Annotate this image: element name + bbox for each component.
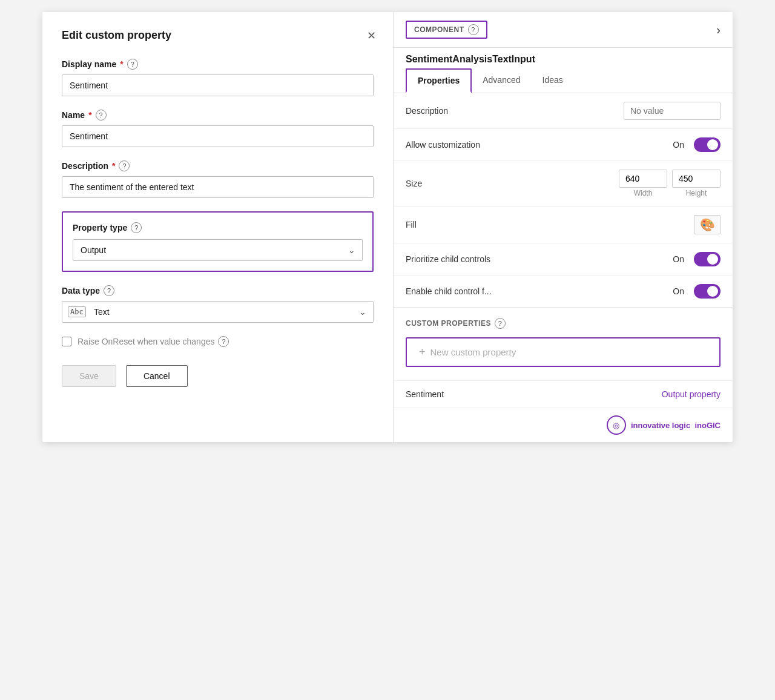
allow-customization-toggle-row: On	[673, 137, 721, 152]
prop-allow-customization-row: Allow customization On	[394, 129, 733, 161]
description-input[interactable]	[62, 176, 374, 198]
prop-description-input[interactable]	[624, 102, 721, 120]
custom-properties-header: CUSTOM PROPERTIES ?	[406, 318, 721, 329]
checkbox-help-icon[interactable]: ?	[218, 336, 229, 347]
raise-onreset-checkbox[interactable]	[62, 337, 71, 346]
prop-enable-child-label: Enable child control f...	[406, 286, 492, 296]
tab-properties[interactable]: Properties	[406, 68, 472, 93]
component-help-icon[interactable]: ?	[468, 24, 479, 35]
display-name-group: Display name * ?	[62, 59, 374, 96]
enable-child-toggle-row: On	[673, 284, 721, 299]
enable-child-on-label: On	[673, 286, 684, 296]
right-panel: COMPONENT ? › SentimentAnalysisTextInput…	[394, 12, 733, 442]
name-label: Name * ?	[62, 110, 374, 121]
name-help-icon[interactable]: ?	[96, 110, 107, 121]
prop-size-row: Size Width Height	[394, 161, 733, 206]
close-button[interactable]: ✕	[367, 29, 376, 42]
main-container: Edit custom property ✕ Display name * ? …	[42, 12, 733, 442]
property-type-section: Property type ? Output Input Event ⌄	[62, 211, 374, 272]
fill-color-picker[interactable]: 🎨	[694, 215, 721, 234]
new-custom-property-label: New custom property	[430, 347, 516, 357]
component-badge: COMPONENT ?	[406, 21, 487, 39]
description-label: Description * ?	[62, 160, 374, 171]
size-height-input[interactable]	[672, 170, 721, 188]
allow-customization-toggle[interactable]	[694, 137, 721, 152]
sentiment-property-name: Sentiment	[406, 389, 444, 399]
prop-size-label: Size	[406, 179, 422, 188]
properties-content: Description Allow customization On Size	[394, 93, 733, 408]
size-width-input[interactable]	[619, 170, 667, 188]
prioritize-toggle-row: On	[673, 252, 721, 266]
size-height-label: Height	[672, 189, 721, 197]
required-star: *	[120, 59, 123, 69]
size-width-label: Width	[619, 189, 667, 197]
name-group: Name * ?	[62, 110, 374, 147]
data-type-select[interactable]: Text Number Boolean Record Table Image V…	[62, 301, 374, 323]
prop-description-label: Description	[406, 106, 448, 116]
prop-fill-row: Fill 🎨	[394, 206, 733, 243]
required-star-2: *	[88, 110, 91, 120]
save-button[interactable]: Save	[62, 365, 116, 387]
prop-prioritize-row: Prioritize child controls On	[394, 243, 733, 276]
size-labels: Width Height	[619, 189, 721, 197]
display-name-help-icon[interactable]: ?	[127, 59, 138, 70]
brand-logo: ◎	[607, 415, 626, 435]
display-name-input[interactable]	[62, 74, 374, 96]
size-inputs	[619, 170, 721, 188]
cancel-button[interactable]: Cancel	[126, 365, 188, 387]
property-type-label: Property type ?	[73, 222, 363, 233]
left-panel: Edit custom property ✕ Display name * ? …	[42, 12, 394, 442]
checkbox-row: Raise OnReset when value changes ?	[62, 336, 374, 347]
fill-color-icon: 🎨	[700, 217, 715, 232]
tab-advanced[interactable]: Advanced	[472, 69, 531, 93]
component-name: SentimentAnalysisTextInput	[394, 48, 733, 68]
size-group: Width Height	[619, 170, 721, 197]
brand-name: innovative logic inoGIC	[631, 421, 721, 430]
prioritize-toggle[interactable]	[694, 252, 721, 266]
prop-enable-child-row: Enable child control f... On	[394, 276, 733, 308]
description-group: Description * ?	[62, 160, 374, 198]
enable-child-toggle[interactable]	[694, 284, 721, 299]
raise-onreset-label: Raise OnReset when value changes ?	[78, 336, 229, 347]
data-type-group: Data type ? Abc Text Number Boolean Reco…	[62, 285, 374, 323]
prioritize-on-label: On	[673, 254, 684, 264]
prop-prioritize-label: Prioritize child controls	[406, 254, 490, 264]
plus-icon: +	[419, 346, 426, 358]
tabs-row: Properties Advanced Ideas	[394, 68, 733, 93]
new-custom-property-button[interactable]: + New custom property	[406, 337, 721, 367]
output-property-label: Output property	[662, 389, 721, 399]
allow-customization-on-label: On	[673, 140, 684, 150]
prop-fill-label: Fill	[406, 220, 417, 229]
required-star-3: *	[112, 161, 115, 171]
sentiment-property-row: Sentiment Output property	[394, 380, 733, 408]
panel-title: Edit custom property	[62, 29, 374, 42]
description-help-icon[interactable]: ?	[119, 160, 130, 171]
prop-description-row: Description	[394, 93, 733, 129]
tab-ideas[interactable]: Ideas	[532, 69, 574, 93]
custom-props-help-icon[interactable]: ?	[495, 318, 506, 329]
data-type-label: Data type ?	[62, 285, 374, 296]
prop-allow-customization-label: Allow customization	[406, 140, 480, 150]
property-type-select[interactable]: Output Input Event	[73, 239, 363, 261]
footer-brand: ◎ innovative logic inoGIC	[394, 408, 733, 442]
chevron-right-icon[interactable]: ›	[716, 23, 721, 37]
display-name-label: Display name * ?	[62, 59, 374, 70]
property-type-help-icon[interactable]: ?	[131, 222, 142, 233]
custom-properties-section: CUSTOM PROPERTIES ? + New custom propert…	[394, 308, 733, 380]
data-type-select-wrapper: Abc Text Number Boolean Record Table Ima…	[62, 301, 374, 323]
data-type-help-icon[interactable]: ?	[104, 285, 114, 296]
component-header: COMPONENT ? ›	[394, 12, 733, 48]
bottom-buttons: Save Cancel	[62, 365, 374, 387]
name-input[interactable]	[62, 125, 374, 147]
property-type-select-wrapper: Output Input Event ⌄	[73, 239, 363, 261]
